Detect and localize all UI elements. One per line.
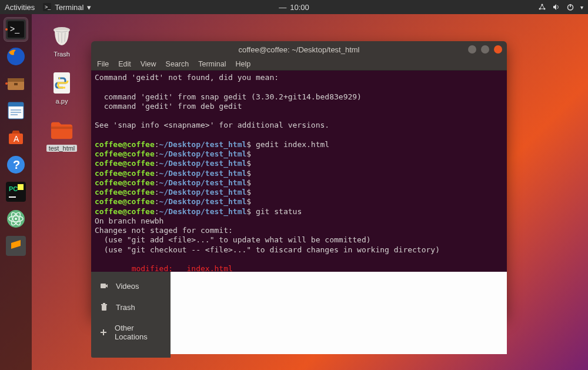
- volume-icon[interactable]: [552, 3, 560, 11]
- dock-terminal[interactable]: >_: [4, 18, 28, 41]
- svg-point-31: [15, 218, 17, 220]
- active-app-indicator[interactable]: >_ Terminal ▾: [43, 3, 91, 12]
- desktop-trash-label: Trash: [54, 51, 70, 58]
- prompt-path: ~/Desktop/test_html: [159, 197, 247, 206]
- prompt-user: coffee@coffee: [95, 169, 155, 178]
- sidebar-item-label: Trash: [116, 303, 135, 312]
- term-line: Changes not staged for commit:: [95, 226, 233, 235]
- terminal-titlebar[interactable]: coffee@coffee: ~/Desktop/test_html: [91, 41, 507, 58]
- dock-libreoffice-writer[interactable]: [4, 99, 28, 122]
- files-sidebar-trash[interactable]: Trash: [91, 296, 171, 318]
- dock-ubuntu-software[interactable]: A: [4, 126, 28, 149]
- prompt-user: coffee@coffee: [95, 159, 155, 168]
- prompt-user: coffee@coffee: [95, 140, 155, 149]
- dock-atom[interactable]: [4, 207, 28, 231]
- trash-icon: [49, 24, 74, 48]
- top-panel: Activities >_ Terminal ▾ — 10:00 ▾: [0, 0, 588, 14]
- network-icon[interactable]: [538, 3, 546, 11]
- sidebar-item-label: Other Locations: [115, 324, 162, 341]
- folder-icon: [49, 118, 74, 142]
- dock-sublime-text[interactable]: [4, 234, 28, 258]
- dock-help[interactable]: ?: [4, 153, 28, 176]
- files-sidebar-videos[interactable]: Videos: [91, 275, 171, 296]
- svg-text:?: ?: [13, 158, 20, 171]
- terminal-title: coffee@coffee: ~/Desktop/test_html: [238, 45, 359, 54]
- desktop-folder-test-html[interactable]: test_html: [41, 118, 82, 152]
- svg-rect-13: [14, 83, 18, 85]
- term-command: git status: [251, 207, 302, 216]
- prompt-path: ~/Desktop/test_html: [159, 159, 247, 168]
- window-maximize-button[interactable]: [481, 45, 489, 54]
- svg-rect-12: [8, 78, 24, 82]
- terminal-menubar: File Edit View Search Terminal Help: [91, 58, 507, 71]
- files-content-area[interactable]: [171, 272, 507, 354]
- svg-rect-43: [103, 303, 105, 304]
- desktop-folder-label: test_html: [46, 145, 78, 152]
- prompt-user: coffee@coffee: [95, 188, 155, 196]
- prompt-path: ~/Desktop/test_html: [159, 188, 247, 196]
- svg-point-10: [7, 48, 25, 65]
- desktop-file-apy[interactable]: a.py: [41, 71, 82, 105]
- svg-text:>_: >_: [45, 4, 51, 10]
- svg-text:>_: >_: [10, 24, 19, 34]
- svg-rect-41: [102, 305, 106, 311]
- active-app-name: Terminal: [55, 3, 83, 12]
- prompt-user: coffee@coffee: [95, 207, 155, 216]
- dock-firefox[interactable]: [4, 45, 28, 68]
- sidebar-item-label: Videos: [116, 282, 139, 291]
- term-line: See 'snap info <snapname>' for additiona…: [95, 121, 329, 129]
- launcher-dock: >_ A ? PC: [0, 14, 32, 370]
- svg-point-38: [59, 78, 61, 79]
- term-line: (use "git checkout -- <file>..." to disc…: [95, 245, 440, 254]
- files-sidebar-other-locations[interactable]: Other Locations: [91, 318, 171, 347]
- svg-rect-26: [18, 184, 24, 190]
- term-command: gedit index.html: [251, 140, 329, 149]
- dock-pycharm[interactable]: PC: [4, 180, 28, 204]
- prompt-path: ~/Desktop/test_html: [159, 178, 247, 187]
- prompt-user: coffee@coffee: [95, 178, 155, 187]
- trash-icon: [99, 302, 109, 312]
- menu-view[interactable]: View: [141, 60, 156, 68]
- desktop-apy-label: a.py: [56, 98, 68, 105]
- term-line: command 'gedit' from snap gedit (3.30.2+…: [95, 92, 362, 101]
- menu-search[interactable]: Search: [166, 60, 189, 68]
- clock-time: 10:00: [290, 3, 309, 12]
- videos-icon: [99, 281, 109, 291]
- activities-button[interactable]: Activities: [5, 3, 35, 12]
- python-file-icon: [49, 71, 74, 95]
- prompt-path: ~/Desktop/test_html: [159, 207, 247, 216]
- prompt-user: coffee@coffee: [95, 149, 155, 158]
- term-line: command 'gedit' from deb gedit: [95, 102, 242, 111]
- clock-dash: —: [279, 3, 286, 12]
- term-line: On branch newbh: [95, 216, 163, 225]
- svg-text:A: A: [14, 134, 19, 144]
- window-close-button[interactable]: [494, 45, 502, 54]
- desktop-icons: Trash a.py test_html: [41, 24, 88, 165]
- term-line: Command 'geidt' not found, did you mean:: [95, 73, 279, 82]
- dropdown-icon: ▾: [87, 3, 91, 12]
- dock-archive-manager[interactable]: [4, 72, 28, 95]
- menu-edit[interactable]: Edit: [118, 60, 131, 68]
- svg-rect-15: [8, 102, 24, 106]
- term-line: (use "git add <file>..." to update what …: [95, 235, 371, 244]
- desktop-trash[interactable]: Trash: [41, 24, 82, 58]
- prompt-path: ~/Desktop/test_html: [159, 140, 247, 149]
- prompt-path: ~/Desktop/test_html: [159, 169, 247, 178]
- plus-icon: [99, 328, 108, 337]
- power-icon[interactable]: [566, 3, 574, 11]
- svg-rect-25: [9, 196, 16, 198]
- prompt-user: coffee@coffee: [95, 197, 155, 206]
- menu-terminal[interactable]: Terminal: [198, 60, 226, 68]
- clock[interactable]: — 10:00: [279, 3, 309, 12]
- svg-rect-40: [101, 284, 106, 288]
- terminal-icon: >_: [43, 3, 51, 11]
- svg-rect-42: [101, 304, 107, 305]
- prompt-path: ~/Desktop/test_html: [159, 149, 247, 158]
- svg-rect-39: [51, 126, 72, 129]
- menu-help[interactable]: Help: [235, 60, 250, 68]
- menu-file[interactable]: File: [97, 60, 109, 68]
- svg-text:PC: PC: [9, 185, 18, 192]
- files-sidebar: Videos Trash Other Locations: [91, 272, 171, 358]
- window-minimize-button[interactable]: [468, 45, 476, 54]
- system-menu-chevron-icon[interactable]: ▾: [580, 4, 583, 11]
